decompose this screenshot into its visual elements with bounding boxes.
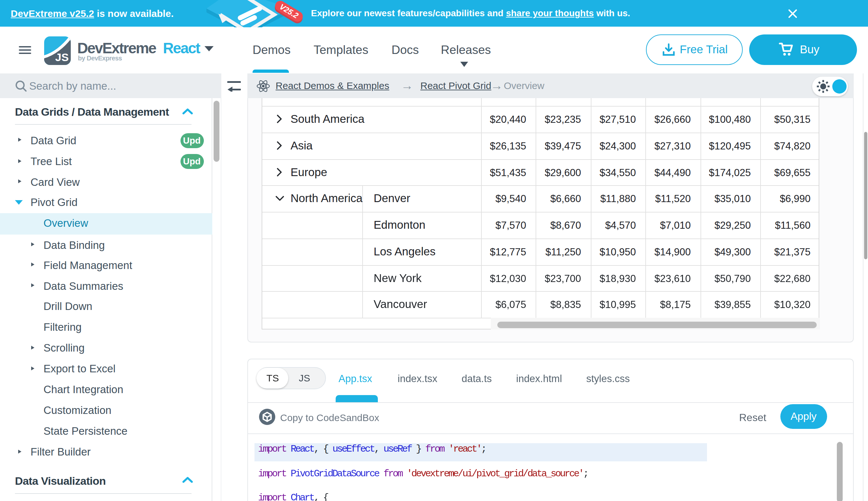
svg-text:JS: JS — [55, 51, 68, 63]
